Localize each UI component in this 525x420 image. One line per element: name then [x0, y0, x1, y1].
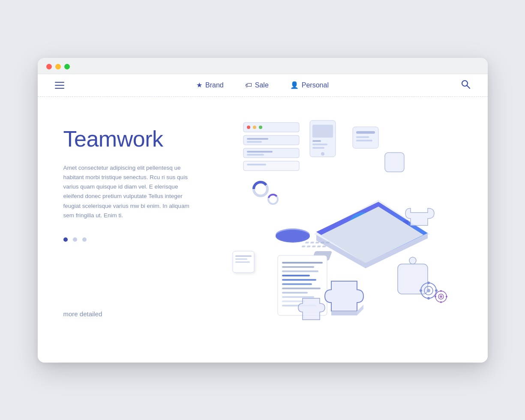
svg-rect-45 [306, 246, 310, 247]
left-content: Teamwork Amet consectetur adipiscing eli… [63, 118, 226, 318]
dot-3[interactable] [82, 237, 87, 242]
svg-point-3 [247, 126, 250, 129]
svg-rect-47 [317, 246, 321, 247]
svg-point-66 [427, 289, 430, 292]
svg-point-19 [321, 152, 324, 156]
maximize-button[interactable] [64, 64, 70, 69]
isometric-svg [226, 114, 475, 337]
svg-rect-32 [235, 258, 247, 260]
svg-rect-48 [322, 246, 326, 247]
dot-2[interactable] [73, 237, 77, 242]
more-detailed-link[interactable]: more detailed [63, 310, 226, 318]
navbar: ★ Brand 🏷 Sale 👤 Personal [38, 74, 488, 97]
hamburger-line [55, 85, 64, 86]
browser-toolbar [38, 58, 488, 74]
svg-rect-6 [243, 135, 299, 145]
svg-rect-78 [385, 153, 404, 172]
svg-rect-44 [301, 246, 305, 247]
svg-rect-57 [282, 288, 321, 289]
main-content: Teamwork Amet consectetur adipiscing eli… [38, 97, 488, 363]
browser-window: ★ Brand 🏷 Sale 👤 Personal [38, 58, 488, 363]
close-button[interactable] [46, 64, 52, 69]
star-icon: ★ [196, 81, 202, 89]
svg-rect-13 [247, 164, 266, 165]
svg-point-75 [440, 301, 442, 303]
dot-1[interactable] [63, 237, 68, 242]
svg-point-67 [427, 282, 430, 284]
svg-rect-60 [282, 300, 306, 302]
hero-description: Amet consectetur adipiscing elit pellent… [63, 163, 196, 221]
svg-point-29 [276, 228, 310, 241]
svg-point-63 [409, 257, 416, 264]
nav-personal-link[interactable]: 👤 Personal [290, 81, 329, 89]
carousel-dots [63, 237, 226, 242]
hero-title: Teamwork [63, 127, 226, 151]
svg-rect-39 [305, 242, 309, 243]
nav-sale-label: Sale [255, 81, 269, 89]
svg-rect-52 [282, 266, 314, 268]
search-button[interactable] [460, 79, 471, 92]
svg-rect-16 [312, 140, 321, 142]
svg-rect-18 [312, 147, 324, 149]
svg-rect-62 [398, 264, 428, 294]
hamburger-menu[interactable] [55, 82, 64, 89]
svg-rect-21 [356, 131, 375, 134]
svg-rect-33 [235, 261, 250, 263]
svg-point-73 [440, 295, 442, 298]
svg-rect-53 [282, 270, 318, 272]
svg-rect-40 [310, 242, 314, 243]
svg-rect-12 [243, 161, 299, 171]
svg-rect-59 [282, 296, 314, 298]
svg-rect-55 [282, 279, 316, 281]
svg-point-68 [427, 297, 430, 300]
svg-rect-54 [282, 275, 310, 276]
svg-point-74 [440, 290, 442, 292]
svg-point-70 [435, 289, 438, 292]
svg-rect-23 [356, 140, 372, 141]
svg-line-1 [467, 85, 470, 88]
svg-rect-9 [243, 148, 299, 158]
hamburger-line [55, 82, 64, 83]
svg-point-4 [253, 126, 256, 129]
svg-rect-2 [243, 123, 299, 132]
browser-content: ★ Brand 🏷 Sale 👤 Personal [38, 74, 488, 363]
svg-rect-31 [235, 255, 252, 257]
svg-point-76 [435, 296, 436, 297]
user-icon: 👤 [290, 81, 299, 89]
svg-rect-10 [247, 151, 273, 153]
nav-brand-link[interactable]: ★ Brand [196, 81, 224, 89]
tag-icon: 🏷 [245, 81, 252, 89]
illustration [226, 114, 475, 337]
svg-point-69 [420, 289, 422, 292]
svg-rect-11 [247, 154, 264, 156]
svg-rect-22 [356, 136, 369, 138]
hamburger-line [55, 88, 64, 89]
svg-point-5 [259, 126, 262, 129]
svg-rect-58 [282, 292, 308, 294]
svg-rect-56 [282, 283, 312, 285]
nav-links: ★ Brand 🏷 Sale 👤 Personal [196, 81, 329, 89]
svg-point-77 [446, 296, 447, 297]
svg-rect-17 [312, 144, 327, 145]
nav-brand-label: Brand [205, 81, 224, 89]
svg-rect-51 [282, 262, 323, 264]
svg-rect-42 [320, 242, 324, 243]
nav-personal-label: Personal [302, 81, 329, 89]
svg-rect-8 [247, 141, 262, 143]
svg-rect-41 [315, 242, 319, 243]
nav-sale-link[interactable]: 🏷 Sale [245, 81, 269, 89]
svg-rect-15 [312, 125, 333, 138]
svg-rect-43 [325, 242, 329, 243]
svg-rect-7 [247, 138, 268, 140]
minimize-button[interactable] [55, 64, 61, 69]
svg-rect-46 [312, 246, 315, 247]
